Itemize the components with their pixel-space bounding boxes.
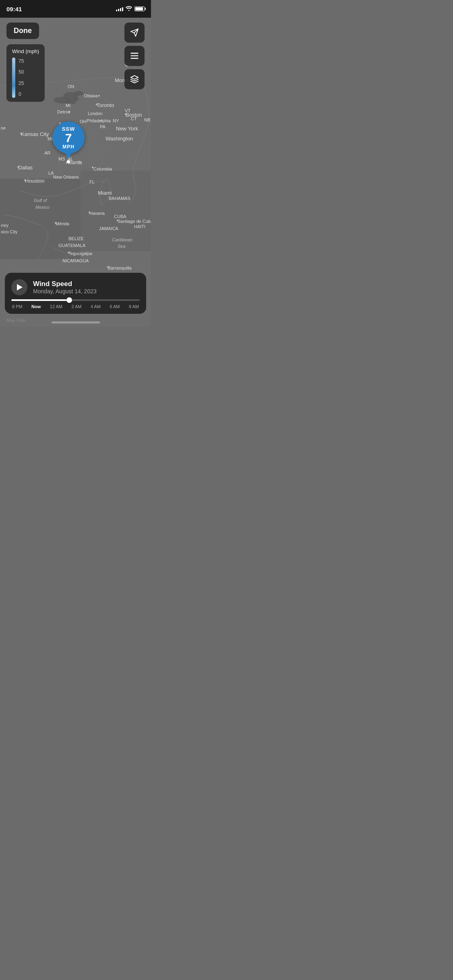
bottom-panel-title: Wind Speed: [33, 280, 97, 288]
timeline-label-12am: 12 AM: [50, 304, 62, 309]
bottom-panel-info: Wind Speed Monday, August 14, 2023: [33, 280, 97, 294]
svg-rect-1: [0, 179, 81, 259]
svg-marker-21: [131, 76, 138, 79]
map-dot-columbia: [92, 167, 93, 168]
map-dot-santiago: [117, 220, 118, 221]
menu-icon: [130, 53, 139, 59]
signal-bars-icon: [116, 6, 123, 11]
svg-point-7: [65, 100, 76, 104]
timeline-label-now: Now: [31, 304, 41, 309]
status-time: 09:41: [6, 6, 22, 12]
layers-icon: [130, 75, 139, 84]
svg-rect-2: [81, 171, 151, 251]
menu-button[interactable]: [124, 46, 145, 66]
svg-point-8: [111, 213, 131, 218]
map-dot-merida: [55, 222, 56, 224]
map-dot-toronto: [96, 104, 97, 105]
location-button[interactable]: [124, 23, 145, 43]
map-dot-tegucigalpa: [68, 252, 69, 253]
wind-legend: Wind (mph) 75 50 25 0: [6, 44, 45, 102]
wind-label-50: 50: [19, 69, 24, 75]
timeline-label-8am: 8 AM: [129, 304, 139, 309]
wind-labels: 75 50 25 0: [19, 58, 24, 98]
wind-label-75: 75: [19, 58, 24, 64]
status-icons: [116, 6, 145, 12]
map-dot-barranquilla: [107, 266, 109, 268]
timeline-label-4am: 4 AM: [91, 304, 101, 309]
done-button[interactable]: Done: [6, 23, 39, 39]
wind-speed-pin: SSW 7 MPH: [52, 121, 85, 163]
wind-speed-value: 7: [65, 132, 72, 144]
wind-speed-unit: MPH: [62, 144, 74, 150]
map-dot-boston: [125, 113, 126, 115]
play-icon: [17, 284, 23, 290]
timeline-thumb[interactable]: [66, 297, 72, 303]
map-dot-kansascity: [20, 133, 22, 134]
map-dot-havana: [89, 212, 90, 213]
wifi-icon: [126, 6, 132, 12]
timeline-container[interactable]: 8 PM Now 12 AM 2 AM 4 AM 6 AM 8 AM: [11, 299, 140, 309]
timeline-track[interactable]: [11, 299, 140, 301]
wind-pin-bubble: SSW 7 MPH: [52, 121, 85, 154]
play-button[interactable]: [11, 279, 27, 295]
timeline-label-8pm: 8 PM: [12, 304, 23, 309]
bottom-panel-date: Monday, August 14, 2023: [33, 288, 97, 294]
top-right-buttons: [124, 23, 145, 89]
bottom-panel-header: Wind Speed Monday, August 14, 2023: [11, 279, 140, 295]
wind-legend-title: Wind (mph): [12, 48, 39, 54]
wind-pin-tail: [65, 153, 72, 159]
location-icon: [130, 28, 139, 37]
map-dot-philadelphia: [100, 120, 102, 121]
timeline-label-6am: 6 AM: [110, 304, 120, 309]
status-bar: 09:41: [0, 0, 151, 18]
svg-point-9: [99, 223, 109, 227]
timeline-progress: [11, 299, 69, 301]
map-dot-dallas: [17, 166, 19, 168]
svg-point-10: [133, 223, 141, 227]
map-dot-detroit: [68, 111, 70, 113]
home-indicator: [52, 321, 100, 323]
wind-pin-dot: [67, 160, 70, 163]
wind-label-25: 25: [19, 80, 24, 86]
svg-rect-18: [130, 53, 138, 54]
map-data-link[interactable]: Map Data: [6, 318, 26, 323]
svg-point-6: [72, 97, 79, 101]
map-dot-ottawa: [98, 95, 100, 97]
wind-bar: [12, 58, 15, 98]
wind-legend-content: 75 50 25 0: [12, 58, 39, 98]
timeline-label-2am: 2 AM: [71, 304, 81, 309]
wind-label-0: 0: [19, 91, 24, 97]
svg-rect-20: [130, 58, 138, 59]
layers-button[interactable]: [124, 69, 145, 89]
battery-icon: [134, 6, 145, 11]
svg-point-5: [74, 91, 83, 96]
bottom-panel: Wind Speed Monday, August 14, 2023 8 PM …: [5, 273, 146, 314]
timeline-labels: 8 PM Now 12 AM 2 AM 4 AM 6 AM 8 AM: [11, 304, 140, 309]
svg-rect-19: [130, 55, 138, 56]
map-dot-houston: [24, 179, 26, 181]
